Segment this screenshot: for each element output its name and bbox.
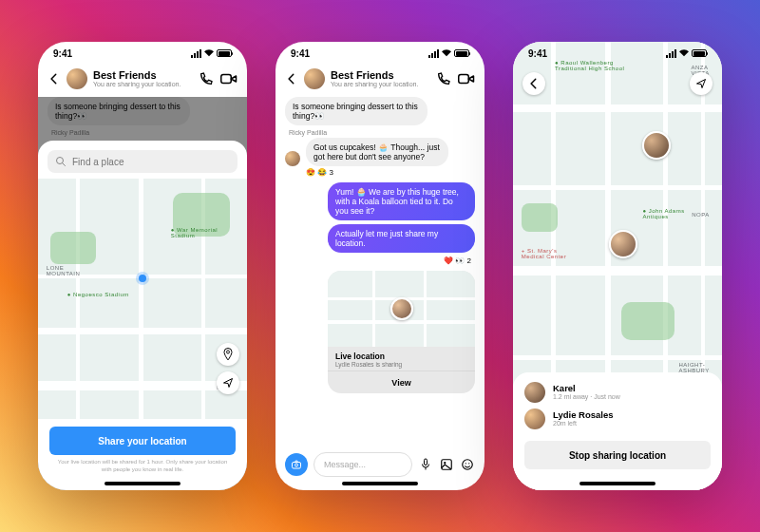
chat-header: Best Friends You are sharing your locati…: [38, 65, 247, 97]
search-icon: [55, 156, 66, 167]
chat-title: Best Friends: [331, 69, 429, 81]
phone-3: 9:41 ● Raoul Wallenberg Traditional High…: [513, 42, 722, 490]
phone-2: 9:41 Best Friends You are sharing your l…: [276, 42, 484, 490]
back-button[interactable]: [522, 72, 545, 95]
camera-button[interactable]: [285, 453, 308, 476]
svg-rect-6: [425, 459, 428, 466]
wifi-icon: [204, 48, 214, 58]
cellular-icon: [191, 49, 201, 58]
map-label: + St. Mary's Medical Center: [522, 248, 566, 259]
people-sheet[interactable]: Karel 1.2 mi away · Just now Lydie Rosal…: [513, 372, 722, 490]
call-button[interactable]: [435, 70, 452, 87]
battery-icon: [454, 49, 469, 57]
current-location-dot: [139, 275, 146, 282]
incoming-message: Is someone bringing dessert to this thin…: [48, 97, 190, 125]
search-input[interactable]: [72, 157, 230, 167]
live-location-thumbnail: [328, 271, 475, 347]
reaction-pill[interactable]: ❤️ 👀 2: [285, 256, 471, 265]
svg-point-8: [444, 462, 446, 464]
search-field[interactable]: [48, 150, 238, 173]
back-button[interactable]: [285, 72, 298, 86]
cellular-icon: [666, 49, 676, 58]
location-picker-sheet: LONE MOUNTAIN NOPA ● Negoesco Stadium ● …: [38, 141, 247, 490]
map-label-negoesco: ● Negoesco Stadium: [67, 292, 129, 297]
chat-subtitle: You are sharing your location.: [93, 81, 192, 88]
wifi-icon: [442, 48, 451, 58]
svg-point-11: [468, 463, 469, 464]
clock: 9:41: [291, 48, 310, 59]
svg-point-10: [466, 463, 466, 464]
incoming-message[interactable]: Is someone bringing dessert to this thin…: [285, 97, 428, 125]
clock: 9:41: [53, 48, 72, 59]
map[interactable]: LONE MOUNTAIN NOPA ● Negoesco Stadium ● …: [38, 179, 247, 419]
reaction-pill[interactable]: 😍 😂 3: [306, 168, 475, 177]
avatar[interactable]: [66, 68, 87, 89]
recenter-button[interactable]: [217, 371, 239, 394]
message-input[interactable]: Message...: [314, 452, 412, 477]
svg-point-5: [295, 464, 298, 466]
person-subtitle: 20m left: [553, 420, 614, 428]
person-row[interactable]: Karel 1.2 mi away · Just now: [524, 382, 711, 403]
battery-icon: [692, 49, 707, 57]
cellular-icon: [428, 49, 439, 58]
sticker-button[interactable]: [460, 457, 475, 472]
live-location-subtitle: Lydie Rosales is sharing: [335, 361, 467, 368]
avatar: [524, 382, 545, 403]
chat-title: Best Friends: [93, 69, 192, 81]
promo-stage: 9:41 Best Friends You are sharing your l…: [0, 0, 760, 532]
share-location-button[interactable]: Share your location: [49, 427, 236, 455]
gallery-button[interactable]: [439, 457, 454, 472]
status-icons: [191, 48, 232, 58]
person-row[interactable]: Lydie Rosales 20m left: [524, 408, 711, 429]
avatar[interactable]: [304, 68, 325, 89]
share-footnote: Your live location will be shared for 1 …: [38, 459, 247, 490]
person-name: Karel: [553, 384, 620, 393]
map-label: ● John Adams Antiques: [642, 208, 684, 219]
video-call-button[interactable]: [458, 70, 475, 87]
sender-name: Ricky Padilla: [51, 129, 238, 136]
map-label-war-memorial: ● War Memorial Stadium: [171, 227, 218, 238]
live-location-card[interactable]: Live location Lydie Rosales is sharing V…: [328, 271, 475, 393]
recenter-button[interactable]: [690, 72, 712, 95]
home-indicator[interactable]: [580, 482, 656, 485]
mic-button[interactable]: [418, 457, 433, 472]
sender-name: Ricky Padilla: [289, 129, 475, 136]
map-label: NOPA: [692, 212, 710, 218]
status-bar: 9:41: [513, 42, 722, 65]
chat-header: Best Friends You are sharing your locati…: [276, 65, 484, 97]
chat-subtitle: You are sharing your location.: [331, 81, 429, 88]
home-indicator[interactable]: [104, 482, 180, 485]
status-bar: 9:41: [38, 42, 247, 65]
live-location-view-button[interactable]: View: [328, 370, 475, 393]
pin-button[interactable]: [217, 343, 239, 366]
avatar: [524, 408, 545, 429]
outgoing-message[interactable]: Actually let me just share my location.: [328, 224, 475, 253]
map-label-lone-mountain: LONE MOUNTAIN: [47, 265, 81, 276]
back-button[interactable]: [48, 72, 61, 86]
person-name: Lydie Rosales: [553, 410, 614, 420]
home-indicator[interactable]: [342, 482, 418, 485]
phone-1: 9:41 Best Friends You are sharing your l…: [38, 42, 247, 490]
svg-point-2: [227, 351, 230, 353]
person-subtitle: 1.2 mi away · Just now: [553, 393, 620, 401]
chat-body[interactable]: Is someone bringing dessert to this thin…: [276, 97, 484, 446]
avatar-pin: [390, 297, 413, 320]
live-location-title: Live location: [335, 352, 467, 361]
battery-icon: [217, 49, 232, 57]
stop-sharing-button[interactable]: Stop sharing location: [524, 441, 711, 469]
status-bar: 9:41: [276, 42, 484, 65]
avatar[interactable]: [285, 151, 300, 166]
svg-rect-4: [293, 463, 301, 469]
status-icons: [666, 48, 707, 58]
svg-rect-0: [221, 75, 232, 84]
svg-point-9: [463, 460, 473, 470]
status-icons: [428, 48, 469, 58]
clock: 9:41: [528, 48, 547, 59]
wifi-icon: [679, 48, 689, 58]
outgoing-message[interactable]: Yum! 🧁 We are by this huge tree, with a …: [328, 182, 475, 220]
incoming-message[interactable]: Got us cupcakes! 🧁 Though... just got he…: [306, 138, 448, 166]
call-button[interactable]: [198, 70, 215, 87]
video-call-button[interactable]: [220, 70, 238, 87]
svg-rect-3: [459, 75, 469, 84]
